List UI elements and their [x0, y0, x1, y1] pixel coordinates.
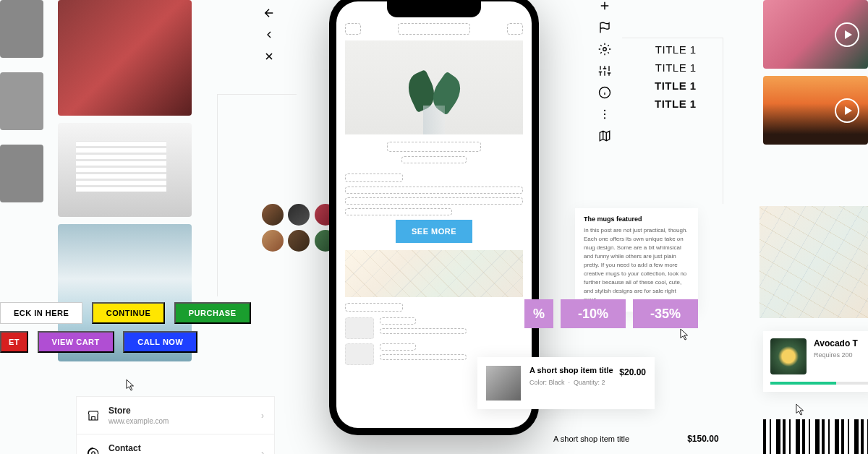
- play-icon: [835, 22, 859, 47]
- more-vertical-icon[interactable]: [597, 107, 612, 121]
- text-card-heading: The mugs featured: [584, 215, 689, 223]
- video-thumb[interactable]: [763, 0, 868, 69]
- barcode: [763, 419, 868, 454]
- view-cart-button[interactable]: VIEW CART: [38, 331, 114, 353]
- shop-item-card[interactable]: A short shop item title $20.00 Color: Bl…: [477, 357, 655, 409]
- chevron-right-icon: ›: [261, 448, 264, 455]
- cursor-icon: [126, 379, 136, 392]
- cursor-icon: [796, 403, 806, 416]
- svg-point-1: [603, 48, 607, 51]
- store-icon: [87, 409, 100, 422]
- button-cluster: ECK IN HERE CONTINUE PURCHASE ET VIEW CA…: [0, 302, 257, 353]
- hero-image: [345, 40, 523, 134]
- gear-icon[interactable]: [597, 42, 612, 56]
- call-now-button[interactable]: CALL NOW: [123, 331, 197, 353]
- shop-item-price: $20.00: [619, 367, 646, 377]
- video-thumbs: [763, 0, 868, 152]
- shop-thumb: [486, 366, 521, 401]
- discount-badge[interactable]: -10%: [561, 299, 626, 328]
- chevron-left-icon[interactable]: [262, 27, 276, 42]
- shop-item-title: A short shop item title: [553, 434, 629, 443]
- video-thumb[interactable]: [763, 76, 868, 145]
- plus-icon[interactable]: [597, 0, 612, 13]
- avocado-sub: Requires 200: [814, 351, 858, 359]
- progress-bar: [770, 382, 868, 385]
- sliders-icon[interactable]: [597, 64, 612, 78]
- map-widget[interactable]: [760, 206, 868, 318]
- svg-point-5: [604, 117, 605, 119]
- flag-icon[interactable]: [597, 20, 612, 35]
- shop-item-meta: Color: Black · Quantity: 2: [529, 379, 646, 386]
- info-icon[interactable]: [597, 85, 612, 100]
- svg-point-0: [92, 451, 95, 454]
- avocado-card[interactable]: Avocado T Requires 200: [763, 331, 868, 392]
- avocado-title: Avocado T: [814, 338, 858, 348]
- see-more-button[interactable]: SEE MORE: [396, 220, 472, 243]
- continue-button[interactable]: CONTINUE: [92, 302, 165, 324]
- store-sub: www.example.com: [109, 417, 261, 425]
- text-card: The mugs featured In this post are not j…: [575, 208, 698, 312]
- shop-item-title: A short shop item title: [529, 366, 613, 374]
- svg-point-3: [604, 110, 605, 111]
- gallery-image-keyboard[interactable]: [58, 123, 192, 217]
- discount-badge[interactable]: %: [524, 299, 553, 328]
- check-in-button[interactable]: ECK IN HERE: [0, 302, 82, 324]
- plant-image: [401, 69, 467, 134]
- map-icon[interactable]: [597, 129, 612, 143]
- contact-row[interactable]: Contact example@email.com ›: [77, 434, 274, 454]
- store-row[interactable]: Store www.example.com ›: [77, 397, 274, 434]
- gallery-image-red[interactable]: [58, 0, 192, 116]
- text-card-body: In this post are not just practical, tho…: [584, 226, 689, 304]
- phone-map[interactable]: [345, 250, 523, 297]
- avocado-image: [770, 338, 807, 374]
- discount-badge[interactable]: -35%: [633, 299, 698, 328]
- discount-badges: % -10% -35%: [524, 299, 698, 328]
- purchase-button[interactable]: PURCHASE: [174, 302, 251, 324]
- arrow-left-icon[interactable]: [262, 6, 276, 20]
- shop-item-price: $150.00: [687, 434, 718, 444]
- nav-icons: [262, 6, 276, 64]
- toolbar-icons: [597, 0, 612, 143]
- gallery-thumb[interactable]: [0, 145, 43, 202]
- gallery-thumb[interactable]: [0, 0, 43, 58]
- svg-point-4: [604, 113, 605, 115]
- contact-title: Contact: [109, 443, 261, 453]
- play-icon: [835, 98, 859, 123]
- chevron-right-icon: ›: [261, 411, 264, 421]
- email-icon: [87, 447, 100, 455]
- phone-notch: [387, 1, 481, 17]
- store-title: Store: [109, 406, 261, 416]
- contact-list: Store www.example.com › Contact example@…: [76, 396, 275, 454]
- shop-item-row[interactable]: A short shop item title $150.00: [553, 434, 719, 444]
- et-button[interactable]: ET: [0, 331, 28, 353]
- gallery-thumb[interactable]: [0, 72, 43, 130]
- cursor-icon: [680, 328, 690, 341]
- close-icon[interactable]: [262, 49, 276, 64]
